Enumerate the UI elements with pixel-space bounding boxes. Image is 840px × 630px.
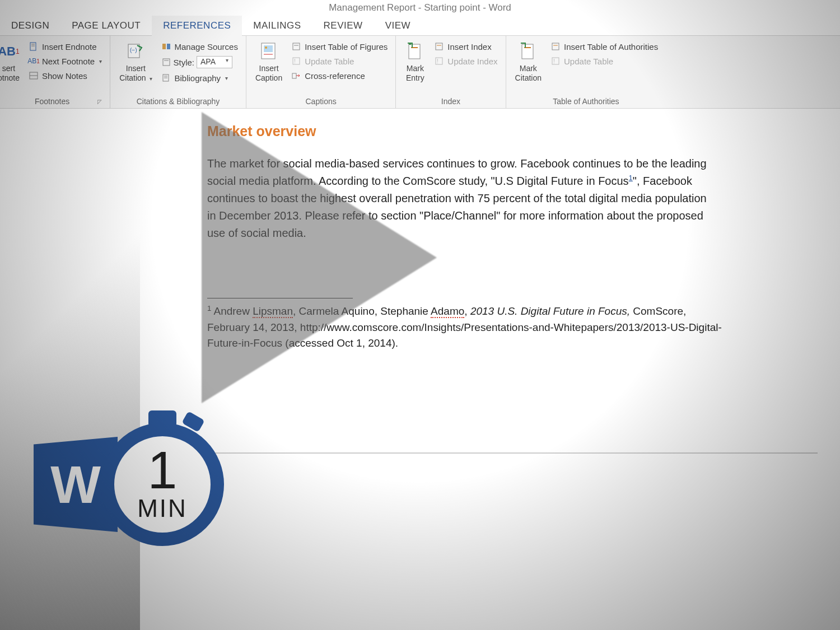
group-label-index: Index bbox=[402, 96, 500, 107]
group-label-citations: Citations & Bibliography bbox=[116, 96, 240, 107]
group-label-captions: Captions bbox=[252, 96, 390, 107]
svg-rect-18 bbox=[293, 43, 300, 50]
show-notes-button[interactable]: Show Notes bbox=[26, 69, 104, 82]
style-icon bbox=[161, 57, 171, 67]
update-table-captions-button: ! Update Table bbox=[289, 55, 390, 67]
svg-rect-23 bbox=[409, 44, 420, 59]
insert-index-button[interactable]: Insert Index bbox=[432, 40, 500, 53]
svg-rect-7 bbox=[162, 44, 166, 49]
show-notes-icon bbox=[29, 71, 39, 81]
svg-text:(−): (−) bbox=[130, 47, 137, 53]
svg-text:!: ! bbox=[294, 58, 296, 64]
insert-caption-button[interactable]: InsertCaption bbox=[252, 39, 286, 85]
tab-view[interactable]: VIEW bbox=[374, 16, 422, 36]
ribbon-group-footnotes: AB1 sertotnote Insert Endnote AB1 Next F… bbox=[0, 36, 110, 108]
ribbon-group-index: MarkEntry Insert Index ! Update Index In… bbox=[396, 36, 506, 108]
tab-review[interactable]: REVIEW bbox=[312, 16, 374, 36]
insert-endnote-button[interactable]: Insert Endnote bbox=[26, 40, 104, 53]
update-table-authorities-icon: ! bbox=[550, 56, 561, 66]
next-footnote-button[interactable]: AB1 Next Footnote ▾ bbox=[26, 55, 104, 67]
mark-entry-icon bbox=[405, 41, 425, 62]
ribbon-tabs: DESIGN PAGE LAYOUT REFERENCES MAILINGS R… bbox=[0, 16, 840, 36]
update-index-button: ! Update Index bbox=[432, 55, 500, 67]
insert-citation-button[interactable]: (−) InsertCitation ▾ bbox=[116, 39, 155, 85]
body-paragraph: The market for social media-based servic… bbox=[207, 155, 711, 242]
caption-icon bbox=[259, 41, 279, 62]
insert-table-figures-button[interactable]: Insert Table of Figures bbox=[289, 40, 390, 53]
footnote-reference[interactable]: 1 bbox=[629, 174, 633, 182]
manage-sources-button[interactable]: Manage Sources bbox=[159, 40, 240, 53]
style-dropdown[interactable]: APA ▾ bbox=[197, 56, 232, 68]
update-index-icon: ! bbox=[434, 56, 444, 66]
timer-number: 1 bbox=[148, 446, 178, 494]
window-title: Management Report - Starting point - Wor… bbox=[0, 0, 840, 16]
tab-references[interactable]: REFERENCES bbox=[152, 16, 242, 36]
mark-citation-button[interactable]: MarkCitation bbox=[512, 39, 545, 85]
footnote-text: 1 Andrew Lipsman, Carmela Aquino, Stepha… bbox=[207, 303, 722, 352]
ribbon: AB1 sertotnote Insert Endnote AB1 Next F… bbox=[0, 36, 840, 109]
citation-style-select[interactable]: Style: APA ▾ bbox=[159, 55, 240, 69]
tab-mailings[interactable]: MAILINGS bbox=[242, 16, 312, 36]
svg-rect-32 bbox=[552, 43, 559, 50]
group-label-footnotes: Footnotes ◸ bbox=[0, 96, 104, 107]
chevron-down-icon: ▾ bbox=[99, 58, 102, 64]
video-badge: W 1 MIN bbox=[34, 423, 224, 546]
footnote-separator bbox=[207, 298, 353, 298]
insert-table-authorities-button[interactable]: Insert Table of Authorities bbox=[548, 40, 660, 53]
update-table-authorities-button: ! Update Table bbox=[548, 55, 660, 67]
mark-citation-icon bbox=[518, 41, 538, 62]
ribbon-group-captions: InsertCaption Insert Table of Figures ! … bbox=[246, 36, 396, 108]
chevron-down-icon: ▾ bbox=[225, 75, 228, 81]
svg-rect-9 bbox=[163, 59, 170, 66]
svg-rect-22 bbox=[292, 73, 296, 78]
table-authorities-icon bbox=[550, 41, 561, 52]
timer-icon: 1 MIN bbox=[101, 423, 224, 546]
timer-unit: MIN bbox=[137, 494, 188, 522]
group-label-authorities: Table of Authorities bbox=[512, 96, 661, 107]
svg-rect-26 bbox=[436, 43, 442, 50]
page-margin bbox=[0, 109, 140, 630]
svg-rect-0 bbox=[30, 43, 36, 50]
mark-entry-button[interactable]: MarkEntry bbox=[402, 39, 428, 85]
svg-rect-30 bbox=[522, 44, 533, 59]
tab-page-layout[interactable]: PAGE LAYOUT bbox=[60, 16, 152, 36]
update-table-icon: ! bbox=[291, 56, 301, 66]
cross-reference-icon bbox=[291, 71, 301, 81]
dialog-launcher-icon[interactable]: ◸ bbox=[97, 99, 102, 105]
svg-text:!: ! bbox=[553, 58, 555, 64]
ribbon-group-authorities: MarkCitation Insert Table of Authorities… bbox=[506, 36, 666, 108]
svg-rect-15 bbox=[264, 45, 273, 52]
insert-index-icon bbox=[434, 41, 444, 52]
bibliography-icon bbox=[161, 73, 171, 83]
page-break bbox=[207, 452, 818, 475]
svg-text:!: ! bbox=[437, 58, 438, 64]
cross-reference-button[interactable]: Cross-reference bbox=[289, 69, 390, 82]
ribbon-group-citations: (−) InsertCitation ▾ Manage Sources Styl… bbox=[110, 36, 246, 108]
endnote-icon bbox=[29, 41, 39, 52]
svg-point-16 bbox=[265, 46, 267, 49]
document-page[interactable]: Market overview The market for social me… bbox=[140, 109, 840, 630]
footnote-icon: AB1 bbox=[0, 41, 18, 62]
svg-rect-8 bbox=[167, 44, 170, 49]
tab-design[interactable]: DESIGN bbox=[0, 16, 60, 36]
bibliography-button[interactable]: Bibliography ▾ bbox=[159, 72, 240, 84]
next-footnote-icon: AB1 bbox=[29, 56, 39, 66]
document-area: Market overview The market for social me… bbox=[0, 109, 840, 630]
table-figures-icon bbox=[291, 41, 301, 52]
citation-icon: (−) bbox=[125, 41, 146, 62]
manage-sources-icon bbox=[161, 41, 171, 52]
insert-footnote-button[interactable]: AB1 sertotnote bbox=[0, 39, 23, 85]
heading-market-overview: Market overview bbox=[207, 123, 818, 139]
